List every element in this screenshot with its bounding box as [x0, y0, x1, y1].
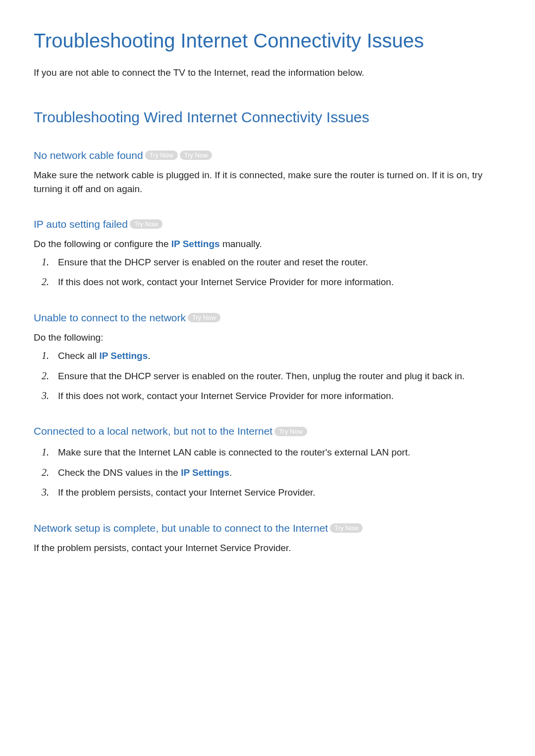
list-text: Make sure that the Internet LAN cable is…	[58, 445, 410, 460]
list-number: 1.	[42, 348, 49, 363]
list-number: 1.	[42, 444, 49, 460]
try-now-button[interactable]: Try Now	[188, 313, 220, 322]
ordered-list: 1. Make sure that the Internet LAN cable…	[42, 444, 501, 500]
body-text: Make sure the network cable is plugged i…	[34, 168, 501, 197]
list-text: Ensure that the DHCP server is enabled o…	[58, 255, 368, 270]
ip-settings-link[interactable]: IP Settings	[171, 239, 220, 249]
body-text-post: manually.	[220, 239, 262, 249]
sub-heading: IP auto setting failed Try Now	[34, 218, 501, 230]
list-text: Check the DNS values in the IP Settings.	[58, 465, 232, 480]
list-item: 1. Check all IP Settings.	[42, 348, 501, 363]
list-text-post: .	[229, 467, 232, 478]
ip-settings-link[interactable]: IP Settings	[181, 467, 229, 478]
list-item: 3. If the problem persists, contact your…	[42, 484, 501, 500]
list-number: 3.	[42, 484, 49, 500]
subsection-setup-complete: Network setup is complete, but unable to…	[34, 522, 501, 555]
try-now-button[interactable]: Try Now	[130, 219, 162, 229]
body-text: If the problem persists, contact your In…	[34, 541, 501, 555]
ordered-list: 1. Check all IP Settings. 2. Ensure that…	[42, 348, 501, 403]
list-item: 1. Make sure that the Internet LAN cable…	[42, 444, 501, 460]
sub-heading-text: Network setup is complete, but unable to…	[34, 522, 328, 534]
list-text: Check all IP Settings.	[58, 349, 151, 363]
list-text: If this does not work, contact your Inte…	[58, 275, 394, 290]
sub-heading: No network cable found Try Now Try Now	[34, 150, 501, 161]
list-text: Ensure that the DHCP server is enabled o…	[58, 369, 465, 384]
list-item: 2. If this does not work, contact your I…	[42, 274, 501, 290]
sub-heading: Unable to connect to the network Try Now	[34, 312, 501, 324]
list-number: 2.	[42, 274, 49, 290]
try-now-button[interactable]: Try Now	[145, 151, 178, 160]
sub-heading-text: IP auto setting failed	[34, 218, 128, 230]
list-text: If the problem persists, contact your In…	[58, 485, 316, 500]
sub-heading: Connected to a local network, but not to…	[34, 425, 501, 437]
list-number: 1.	[42, 254, 49, 270]
list-number: 2.	[42, 368, 49, 384]
body-text: Do the following:	[34, 331, 501, 345]
try-now-button[interactable]: Try Now	[330, 523, 363, 533]
intro-text: If you are not able to connect the TV to…	[34, 66, 501, 80]
list-item: 1. Ensure that the DHCP server is enable…	[42, 254, 501, 270]
ip-settings-link[interactable]: IP Settings	[99, 351, 148, 361]
subsection-unable-to-connect: Unable to connect to the network Try Now…	[34, 312, 501, 404]
list-text-pre: Check the DNS values in the	[58, 467, 181, 478]
sub-heading: Network setup is complete, but unable to…	[34, 522, 501, 534]
page-title: Troubleshooting Internet Connectivity Is…	[34, 30, 501, 52]
list-text-post: .	[148, 351, 150, 361]
list-number: 2.	[42, 464, 49, 480]
try-now-button[interactable]: Try Now	[180, 151, 213, 160]
sub-heading-text: No network cable found	[34, 150, 143, 161]
subsection-ip-auto-failed: IP auto setting failed Try Now Do the fo…	[34, 218, 501, 290]
subsection-no-network-cable: No network cable found Try Now Try Now M…	[34, 150, 501, 197]
body-text: Do the following or configure the IP Set…	[34, 237, 501, 252]
list-item: 2. Check the DNS values in the IP Settin…	[42, 464, 501, 480]
sub-heading-text: Connected to a local network, but not to…	[34, 425, 272, 437]
list-number: 3.	[42, 388, 49, 403]
list-item: 3. If this does not work, contact your I…	[42, 388, 501, 403]
sub-heading-text: Unable to connect to the network	[34, 312, 186, 324]
list-text-pre: Check all	[58, 351, 99, 361]
list-item: 2. Ensure that the DHCP server is enable…	[42, 368, 501, 384]
body-text-pre: Do the following or configure the	[34, 239, 171, 249]
ordered-list: 1. Ensure that the DHCP server is enable…	[42, 254, 501, 290]
list-text: If this does not work, contact your Inte…	[58, 389, 394, 403]
section-title: Troubleshooting Wired Internet Connectiv…	[34, 109, 501, 126]
subsection-local-not-internet: Connected to a local network, but not to…	[34, 425, 501, 500]
try-now-button[interactable]: Try Now	[274, 427, 307, 436]
